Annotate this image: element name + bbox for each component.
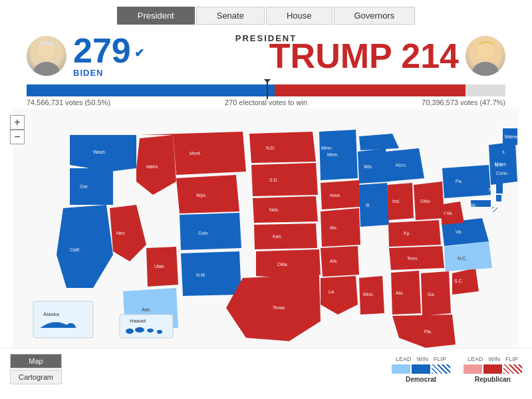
state-nj[interactable] <box>496 182 503 194</box>
state-sd[interactable] <box>251 163 318 196</box>
republican-legend: LEAD WIN FLIP Republican <box>464 356 522 383</box>
svg-point-62 <box>147 329 154 332</box>
svg-rect-58 <box>120 315 173 338</box>
rep-flip-swatch <box>503 364 522 374</box>
biden-votes: 279 ✔ BIDEN <box>73 33 144 78</box>
threshold-marker <box>267 82 268 99</box>
trump-avatar <box>466 36 505 76</box>
dem-lead-label: LEAD <box>396 356 412 362</box>
dem-lead-swatch <box>392 364 410 374</box>
trump-section: TRUMP 214 <box>269 36 505 76</box>
rep-flip-label: FLIP <box>505 356 518 362</box>
state-ar[interactable] <box>321 246 359 277</box>
zoom-controls: + − <box>10 115 25 144</box>
tab-senate[interactable]: Senate <box>196 7 265 25</box>
state-dc[interactable] <box>492 207 497 212</box>
race-header: PRESIDENT 279 ✔ BIDEN TRUMP 214 <box>0 30 532 81</box>
state-ok[interactable] <box>256 249 321 278</box>
democrat-legend: LEAD WIN FLIP Democrat <box>392 356 450 383</box>
democrat-title: Democrat <box>406 376 436 383</box>
state-wi[interactable] <box>358 148 389 184</box>
race-title: PRESIDENT <box>235 33 297 43</box>
map-container: + − Wash. Ore. Calif. Nev. Idaho Mont. W… <box>0 108 532 348</box>
state-wy[interactable] <box>176 175 239 213</box>
state-mo[interactable] <box>321 208 360 247</box>
state-oh[interactable] <box>414 182 444 220</box>
trump-votes: TRUMP 214 <box>269 39 459 73</box>
biden-vote-total: 74,566,731 votes (50.5%) <box>27 98 110 106</box>
svg-point-4 <box>472 62 499 76</box>
check-icon: ✔ <box>131 47 144 60</box>
state-ut[interactable] <box>146 247 178 287</box>
map-view-button[interactable]: Map <box>10 354 62 368</box>
state-ga[interactable] <box>421 271 451 316</box>
electoral-bar-section: 74,566,731 votes (50.5%) 270 electoral v… <box>0 84 532 108</box>
state-nh[interactable] <box>503 146 511 158</box>
state-mi-up[interactable] <box>359 134 399 150</box>
trump-bar <box>275 84 465 96</box>
state-ms[interactable] <box>359 276 384 315</box>
state-ct[interactable] <box>503 168 511 175</box>
republican-swatches <box>464 364 522 374</box>
svg-point-60 <box>126 329 134 334</box>
map-legend: LEAD WIN FLIP Democrat LEAD WIN FLIP <box>392 356 522 383</box>
state-ri[interactable] <box>512 168 517 174</box>
state-vt[interactable] <box>496 146 502 158</box>
state-wa[interactable] <box>70 135 136 172</box>
us-map: Wash. Ore. Calif. Nev. Idaho Mont. Wyo. … <box>0 108 532 348</box>
svg-point-1 <box>33 62 60 76</box>
dem-flip-label: FLIP <box>434 356 446 362</box>
state-nc[interactable] <box>444 241 492 271</box>
rep-lead-swatch <box>464 364 482 374</box>
svg-point-63 <box>157 330 162 334</box>
state-ks[interactable] <box>254 223 317 249</box>
tab-house[interactable]: House <box>266 7 332 25</box>
state-ma[interactable] <box>503 160 515 166</box>
svg-rect-56 <box>33 301 93 338</box>
biden-avatar <box>27 36 66 76</box>
dem-win-swatch <box>412 364 430 374</box>
rep-lead-label: LEAD <box>467 356 483 362</box>
dem-flip-swatch <box>432 364 450 374</box>
tab-president[interactable]: President <box>117 7 195 25</box>
zoom-out-button[interactable]: − <box>10 130 25 144</box>
state-ia[interactable] <box>321 180 360 209</box>
biden-section: 279 ✔ BIDEN <box>27 33 144 78</box>
rep-win-label: WIN <box>489 356 501 362</box>
cartogram-view-button[interactable]: Cartogram <box>10 370 62 384</box>
state-ky[interactable] <box>388 220 441 247</box>
state-tn[interactable] <box>389 246 444 270</box>
state-me[interactable] <box>503 128 517 145</box>
svg-point-61 <box>135 327 144 332</box>
state-nd[interactable] <box>249 132 316 163</box>
tab-governors[interactable]: Governors <box>334 7 416 25</box>
state-mn[interactable] <box>319 130 358 180</box>
state-mi-flip <box>386 148 424 182</box>
democrat-legend-labels: LEAD WIN FLIP <box>396 356 446 362</box>
votes-detail: 74,566,731 votes (50.5%) 270 electoral v… <box>27 96 505 108</box>
trump-electoral-count: TRUMP 214 <box>269 39 459 73</box>
state-il[interactable] <box>359 183 389 227</box>
zoom-in-button[interactable]: + <box>10 115 25 130</box>
map-toggle: Map Cartogram <box>10 354 62 384</box>
state-co[interactable] <box>180 213 241 250</box>
republican-legend-labels: LEAD WIN FLIP <box>467 356 518 362</box>
state-md[interactable] <box>471 200 491 207</box>
bottom-section: Map Cartogram LEAD WIN FLIP Democrat LEA… <box>0 348 532 388</box>
trump-vote-total: 70,396,573 votes (47.7%) <box>422 98 505 106</box>
biden-bar <box>27 84 275 96</box>
state-ne[interactable] <box>253 196 318 223</box>
state-or[interactable] <box>70 168 113 205</box>
state-in[interactable] <box>387 183 414 220</box>
svg-text:Hawaii: Hawaii <box>130 318 146 324</box>
state-pa[interactable] <box>442 165 491 198</box>
state-nm[interactable] <box>181 251 241 296</box>
democrat-swatches <box>392 364 450 374</box>
state-de[interactable] <box>496 195 501 201</box>
electoral-bar <box>27 84 505 96</box>
dem-win-label: WIN <box>417 356 429 362</box>
threshold-label: 270 electoral votes to win <box>110 98 422 106</box>
rep-win-swatch <box>483 364 502 374</box>
remaining-bar <box>466 84 505 96</box>
state-al[interactable] <box>391 271 421 315</box>
